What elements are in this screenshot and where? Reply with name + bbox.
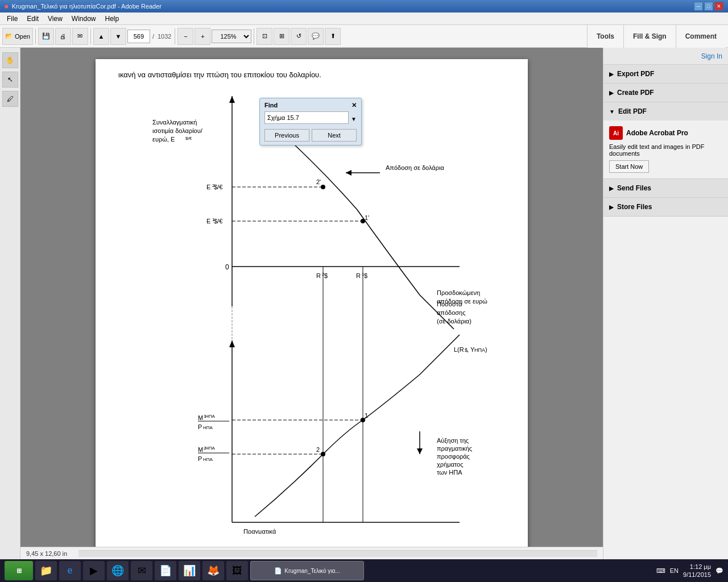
taskbar-current-app[interactable]: 📄 Krugman_Τελικό για... — [250, 561, 364, 580]
svg-text:M: M — [198, 414, 203, 421]
separator-4 — [254, 28, 254, 44]
mail-icon: ✉ — [138, 564, 146, 577]
save-button[interactable]: 💾 — [38, 28, 54, 45]
taskbar-firefox[interactable]: 🦊 — [202, 561, 224, 580]
taskbar-mail[interactable]: ✉ — [131, 561, 152, 580]
menu-help[interactable]: Help — [101, 14, 124, 24]
rotate-icon: ↺ — [296, 32, 301, 40]
horizontal-scrollbar[interactable] — [78, 550, 597, 557]
find-bar: Find ✕ ▼ Previous Next — [259, 98, 362, 146]
zoom-out-icon: − — [184, 33, 187, 40]
pdf-area[interactable]: Find ✕ ▼ Previous Next ικανή να αντισταθ… — [20, 48, 603, 559]
find-options-icon[interactable]: ▼ — [351, 116, 357, 122]
page-number-input[interactable] — [127, 30, 150, 43]
fit-page-button[interactable]: ⊡ — [257, 28, 272, 45]
close-button[interactable]: ✕ — [714, 2, 723, 11]
notification-icon[interactable]: 💬 — [715, 567, 723, 575]
fill-sign-button[interactable]: Fill & Sign — [623, 25, 676, 48]
svg-text:P: P — [198, 423, 202, 430]
find-bar-title: Find ✕ — [264, 102, 357, 109]
maximize-button[interactable]: □ — [704, 2, 713, 11]
taskbar-excel[interactable]: 📊 — [179, 561, 200, 580]
acrobat-logo-icon: Ai — [609, 126, 623, 140]
select-tool-button[interactable]: ↖ — [2, 72, 18, 88]
zoom-in-button[interactable]: + — [195, 28, 210, 45]
pdf-top-text: ικανή να αντισταθμίσει την πτώση του επι… — [118, 70, 505, 79]
hand-tool-button[interactable]: ✋ — [2, 52, 18, 68]
prev-page-button[interactable]: ▲ — [93, 28, 109, 45]
svg-text:ΗΠΑ: ΗΠΑ — [203, 425, 213, 430]
svg-marker-5 — [229, 96, 235, 103]
fit-width-button[interactable]: ⊞ — [274, 28, 289, 45]
comment-button[interactable]: 💬 — [308, 28, 324, 45]
menu-file[interactable]: File — [2, 14, 22, 24]
find-bar-buttons: Previous Next — [264, 129, 357, 142]
find-previous-button[interactable]: Previous — [264, 129, 309, 142]
separator-3 — [175, 28, 175, 44]
email-button[interactable]: ✉ — [72, 28, 88, 45]
right-sidebar: Sign In ▶ Export PDF ▶ Create PDF ▼ Edit… — [603, 48, 728, 559]
svg-marker-6 — [229, 340, 235, 347]
svg-text:ΗΠΑ: ΗΠΑ — [205, 414, 216, 419]
start-now-button[interactable]: Start Now — [609, 160, 649, 173]
send-files-header[interactable]: ▶ Send Files — [603, 179, 728, 197]
sign-in-bar[interactable]: Sign In — [603, 48, 728, 65]
svg-text:Ποσοστά: Ποσοστά — [437, 301, 462, 307]
annotation-button[interactable]: 🖊 — [2, 91, 18, 107]
create-pdf-section: ▶ Create PDF — [603, 84, 728, 102]
taskbar-explorer[interactable]: 📁 — [35, 561, 57, 580]
page-total: 1032 — [156, 33, 172, 40]
sign-in-label[interactable]: Sign In — [701, 52, 722, 60]
edit-pdf-header[interactable]: ▼ Edit PDF — [603, 102, 728, 120]
app-icon: ■ — [5, 3, 9, 10]
menu-window[interactable]: Window — [67, 14, 101, 24]
zoom-select[interactable]: 125% 100% 75% 150% — [212, 30, 251, 43]
svg-text:πραγματικής: πραγματικής — [437, 445, 472, 452]
page-size: 9,45 x 12,60 in — [26, 550, 67, 557]
edit-pdf-label: Edit PDF — [618, 107, 647, 115]
annotation-icon: 🖊 — [7, 95, 14, 103]
svg-text:χρήματος: χρήματος — [437, 461, 463, 468]
svg-text:$/€: $/€ — [214, 184, 222, 190]
menu-view[interactable]: View — [43, 14, 67, 24]
menu-edit[interactable]: Edit — [22, 14, 43, 24]
find-next-button[interactable]: Next — [312, 129, 357, 142]
svg-text:1': 1' — [365, 214, 369, 221]
main-layout: ✋ ↖ 🖊 Find ✕ ▼ Previous Next ικανή να αν… — [0, 48, 728, 559]
email-icon: ✉ — [77, 32, 82, 40]
minimize-button[interactable]: ─ — [694, 2, 703, 11]
current-app-icon: 📄 — [274, 567, 282, 575]
title-bar: ■ Krugman_Τελικό για ηλιοτυπίαCor.pdf - … — [0, 0, 728, 13]
zoom-out-button[interactable]: − — [177, 28, 193, 45]
taskbar-chrome[interactable]: 🌐 — [107, 561, 129, 580]
zoom-in-icon: + — [201, 33, 204, 40]
acrobat-taskbar-icon: 📄 — [159, 564, 172, 577]
svg-text:(σε δολάρια): (σε δολάρια) — [437, 318, 471, 325]
edit-pdf-section: ▼ Edit PDF Ai Adobe Acrobat Pro Easily e… — [603, 102, 728, 179]
tools-button[interactable]: Tools — [587, 25, 623, 48]
hand-icon: ✋ — [6, 56, 14, 64]
print-button[interactable]: 🖨 — [55, 28, 71, 45]
rotate-button[interactable]: ↺ — [291, 28, 307, 45]
create-pdf-header[interactable]: ▶ Create PDF — [603, 84, 728, 102]
find-input[interactable] — [264, 111, 349, 124]
open-button[interactable]: 📂 Open — [2, 28, 33, 45]
svg-text:2': 2' — [316, 178, 321, 185]
share-button[interactable]: ⬆ — [325, 28, 341, 45]
svg-text:E: E — [206, 184, 210, 190]
page-separator: / — [151, 33, 155, 40]
find-close-button[interactable]: ✕ — [351, 102, 357, 109]
taskbar-ie[interactable]: e — [59, 561, 81, 580]
comment-panel-button[interactable]: Comment — [676, 25, 726, 48]
start-button[interactable]: ⊞ — [5, 561, 33, 580]
taskbar-img[interactable]: 🖼 — [226, 561, 248, 580]
store-files-header[interactable]: ▶ Store Files — [603, 198, 728, 216]
excel-icon: 📊 — [183, 564, 196, 577]
taskbar-media[interactable]: ▶ — [83, 561, 105, 580]
export-pdf-label: Export PDF — [617, 70, 654, 78]
taskbar-clock: 1:12 μμ 9/11/2015 — [683, 563, 711, 579]
svg-text:ΗΠΑ: ΗΠΑ — [205, 446, 216, 451]
taskbar-acrobat[interactable]: 📄 — [155, 561, 176, 580]
export-pdf-header[interactable]: ▶ Export PDF — [603, 65, 728, 83]
next-page-button[interactable]: ▼ — [110, 28, 126, 45]
